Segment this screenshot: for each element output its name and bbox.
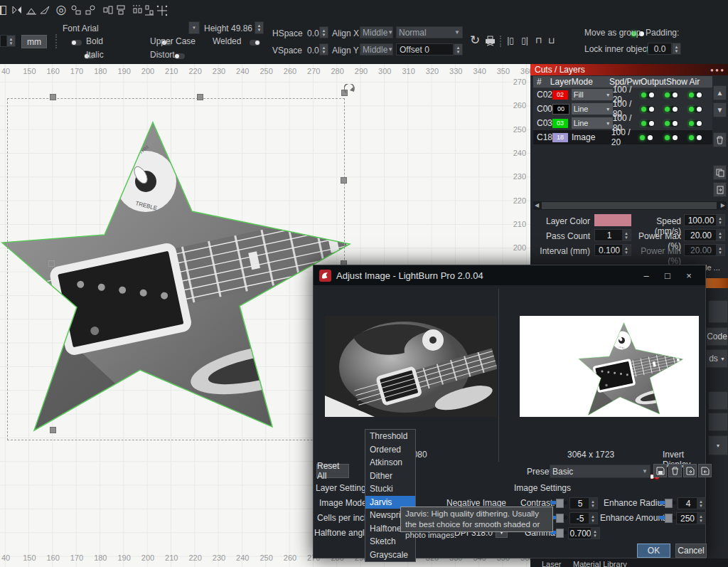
selection-handle[interactable] <box>50 94 56 100</box>
layer-color-swatch[interactable]: 02 <box>552 90 568 100</box>
selection-handle[interactable] <box>341 177 347 184</box>
power-max-field[interactable]: 20.00▲▼ <box>684 229 725 241</box>
minimize-button[interactable]: – <box>636 267 657 283</box>
tab-material-library[interactable]: Material Library <box>573 560 627 567</box>
welded-toggle[interactable] <box>250 40 260 46</box>
hspace-spinner[interactable]: ▲▼ <box>319 26 328 38</box>
preset-import-icon[interactable] <box>698 464 712 477</box>
align-v-center-icon[interactable] <box>114 2 128 16</box>
tab-laser[interactable]: Laser <box>542 560 562 567</box>
layer-show-toggle[interactable] <box>664 106 678 112</box>
offset-spinner[interactable]: ▲▼ <box>454 43 463 55</box>
align-x-dropdown[interactable]: Middle▼ <box>360 26 393 38</box>
padding-spinner[interactable]: ▲▼ <box>672 43 681 55</box>
layer-output-toggle[interactable] <box>639 134 653 141</box>
dropdown-item-dither[interactable]: Dither <box>365 470 415 483</box>
mirror-vertical-icon[interactable] <box>24 2 38 16</box>
partial-ds-dropdown[interactable]: ds▼ <box>706 349 728 368</box>
offset-field[interactable]: Offset 0 <box>396 43 454 55</box>
enhance-radius-field[interactable]: 4▲▼ <box>678 497 706 509</box>
dock-top-icon[interactable]: ⊓ <box>532 33 546 48</box>
align-left-icon[interactable] <box>69 2 83 16</box>
align-h-center-icon[interactable] <box>101 2 115 16</box>
presets-dropdown[interactable]: Basic▼ <box>550 465 651 478</box>
layer-air-toggle[interactable] <box>688 134 702 141</box>
distribute-v-icon[interactable] <box>142 2 156 16</box>
cuts-layers-header[interactable]: Cuts / Layers ● ● ● <box>530 64 728 75</box>
layer-color-swatch[interactable]: 03 <box>552 119 568 128</box>
dropdown-item-threshold[interactable]: Threshold <box>365 430 415 443</box>
layer-mode-dropdown[interactable]: Line▼ <box>572 117 613 129</box>
cancel-button[interactable]: Cancel <box>675 544 707 558</box>
dropdown-item-grayscale[interactable]: Grayscale <box>365 549 415 562</box>
selection-handle[interactable] <box>50 427 56 433</box>
speed-field[interactable]: 100.00▲▼ <box>684 214 725 226</box>
layer-row-C18[interactable]: C1818Image100 / 20 <box>533 130 712 144</box>
partial-code-button[interactable]: Code <box>706 327 728 346</box>
height-spinner[interactable]: ▲▼ <box>255 21 264 34</box>
layer-move-up-button[interactable]: ▲ <box>713 85 727 100</box>
layer-show-toggle[interactable] <box>664 120 678 127</box>
normal-dropdown[interactable]: Normal▼ <box>396 26 463 38</box>
height-value[interactable]: 49.86 <box>231 23 252 33</box>
layer-show-toggle[interactable] <box>664 92 678 98</box>
preset-delete-icon[interactable] <box>668 464 682 477</box>
dock-right-icon[interactable]: ▯| <box>518 33 532 48</box>
flip-horizontal-icon[interactable] <box>10 2 24 16</box>
ok-button[interactable]: OK <box>637 544 670 558</box>
padding-field[interactable]: 0.0 <box>648 43 672 55</box>
contrast-field[interactable]: 5▲▼ <box>569 497 598 509</box>
selection-handle[interactable] <box>48 260 55 267</box>
paste-layer-settings-button[interactable] <box>713 182 727 197</box>
maximize-button[interactable]: □ <box>657 267 678 283</box>
dock-left-icon[interactable]: |▯ <box>503 33 518 48</box>
enhance-amount-field[interactable]: 250▲▼ <box>676 512 706 524</box>
contrast-slider[interactable] <box>550 501 567 504</box>
dialog-titlebar[interactable]: Adjust Image - LightBurn Pro 2.0.04 – □ … <box>314 265 705 285</box>
vspace-spinner[interactable]: ▲▼ <box>319 43 328 55</box>
dropdown-item-ordered[interactable]: Ordered <box>365 443 415 457</box>
align-y-dropdown[interactable]: Middle▼ <box>360 43 393 55</box>
layer-color-swatch[interactable]: 18 <box>552 133 568 142</box>
partial-button[interactable] <box>708 391 728 410</box>
layer-output-toggle[interactable] <box>641 92 655 98</box>
preset-save-icon[interactable] <box>653 464 667 477</box>
partial-button[interactable] <box>708 300 728 323</box>
partial-button[interactable] <box>708 413 728 431</box>
reset-all-button[interactable]: Reset All <box>316 464 349 478</box>
copy-layer-settings-button[interactable] <box>713 165 727 180</box>
layer-color-swatch[interactable] <box>594 214 631 226</box>
bold-toggle[interactable] <box>71 40 82 46</box>
dock-bottom-icon[interactable]: ⊔ <box>545 33 559 48</box>
layer-move-down-button[interactable]: ▼ <box>713 102 727 117</box>
font-select[interactable]: Font Arial <box>63 23 99 33</box>
refresh-icon[interactable]: ↻ <box>468 33 482 48</box>
preset-export-icon[interactable] <box>683 464 697 477</box>
units-mm-button[interactable]: mm <box>21 35 47 48</box>
clipped-field-spinner[interactable]: ▲▼ <box>6 35 16 47</box>
layer-mode-dropdown[interactable]: Line▼ <box>572 103 613 115</box>
clipped-tool-icon[interactable]: ◧ <box>0 2 9 18</box>
dropdown-item-atkinson[interactable]: Atkinson <box>365 456 415 470</box>
interval-field[interactable]: 0.100▲▼ <box>594 244 631 256</box>
print-cut-icon[interactable] <box>483 33 498 46</box>
dropdown-item-stucki[interactable]: Stucki <box>365 482 415 496</box>
layer-air-toggle[interactable] <box>688 92 702 98</box>
enhance-amount-slider[interactable] <box>659 516 676 519</box>
layer-output-toggle[interactable] <box>641 120 655 127</box>
brightness-field[interactable]: -5▲▼ <box>569 512 598 524</box>
align-right-icon[interactable] <box>83 2 97 16</box>
target-origin-icon[interactable]: ◎ <box>54 2 68 18</box>
layers-scrollbar[interactable]: ◀ ▶ <box>533 201 727 210</box>
shear-icon[interactable] <box>38 2 52 16</box>
distort-toggle[interactable] <box>174 53 185 59</box>
layer-color-swatch[interactable]: 00 <box>552 104 569 115</box>
enhance-radius-slider[interactable] <box>659 501 676 504</box>
layer-show-toggle[interactable] <box>664 134 678 141</box>
partial-dropdown[interactable]: ▼ <box>708 435 728 455</box>
font-dropdown-arrow-icon[interactable]: ▼ <box>188 21 200 34</box>
layer-air-toggle[interactable] <box>688 106 702 112</box>
move-to-position-icon[interactable] <box>155 2 169 17</box>
layer-air-toggle[interactable] <box>688 120 702 127</box>
layer-mode-dropdown[interactable]: Fill▼ <box>572 89 613 100</box>
